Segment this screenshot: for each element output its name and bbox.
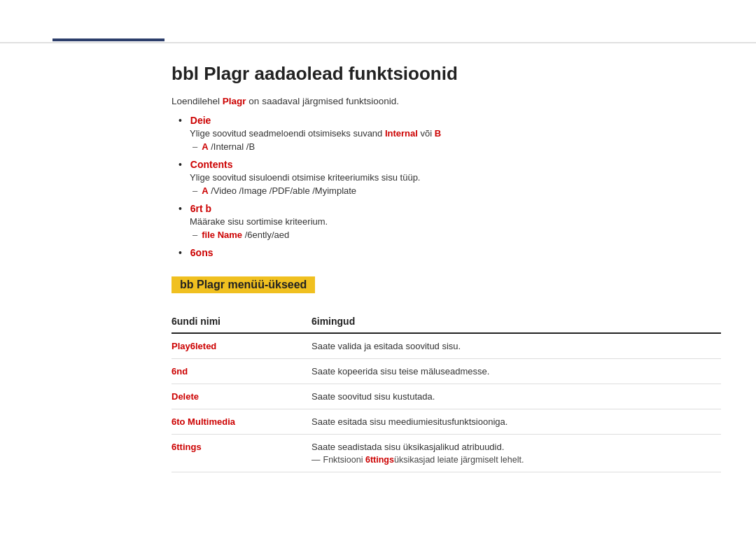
function-action: Saate kopeerida sisu teise mäluseadmesse… xyxy=(312,359,721,384)
function-name: Play6leted xyxy=(172,333,312,359)
page-container: bbl Plagr aadaolead funktsioonid Loendil… xyxy=(0,0,756,534)
sub-item: A /Video /Image /PDF/able /Myimplate xyxy=(192,185,721,196)
intro-bold: Plagr xyxy=(223,96,246,106)
function-action: Saate esitada sisu meediumiesitusfunktsi… xyxy=(312,409,721,435)
menu-table: 6undi nimi 6imingud Play6leted Saate val… xyxy=(172,310,721,472)
sub-item: A /Internal /B xyxy=(192,141,721,152)
list-item: Contents Ylige soovitud sisuloendi otsim… xyxy=(178,159,721,196)
table-header-row: 6undi nimi 6imingud xyxy=(172,310,721,333)
table-row: Delete Saate soovitud sisu kustutada. xyxy=(172,384,721,409)
feature-desc: Ylige soovitud seadmeloendi otsimiseks s… xyxy=(190,128,721,139)
sub-options: A /Internal /B xyxy=(192,141,721,152)
list-item: 6rt b Määrake sisu sortimise kriteerium.… xyxy=(178,203,721,240)
list-item: Deie Ylige soovitud seadmeloendi otsimis… xyxy=(178,115,721,152)
table-row: 6ttings Saate seadistada sisu üksikasjal… xyxy=(172,435,721,472)
function-name: 6nd xyxy=(172,359,312,384)
feature-label: 6rt b xyxy=(190,203,211,214)
sub-item: file Name /6ently/aed xyxy=(192,230,721,240)
col-header-name: 6undi nimi xyxy=(172,310,312,333)
function-name: Delete xyxy=(172,384,312,409)
features-list: Deie Ylige soovitud seadmeloendi otsimis… xyxy=(178,115,721,258)
table-row: 6nd Saate kopeerida sisu teise mäluseadm… xyxy=(172,359,721,384)
feature-desc: Ylige soovitud sisuloendi otsimise krite… xyxy=(190,172,721,183)
table-row: Play6leted Saate valida ja esitada soovi… xyxy=(172,333,721,359)
sub-options: file Name /6ently/aed xyxy=(192,230,721,240)
table-row: 6to Multimedia Saate esitada sisu meediu… xyxy=(172,409,721,435)
section-heading: bb Plagr menüü-ükseed xyxy=(172,276,315,293)
main-content: bbl Plagr aadaolead funktsioonid Loendil… xyxy=(172,0,721,472)
feature-label: Deie xyxy=(190,115,211,126)
function-action: Saate valida ja esitada soovitud sisu. xyxy=(312,333,721,359)
function-name: 6ttings xyxy=(172,435,312,472)
feature-label: 6ons xyxy=(190,247,214,258)
feature-desc: Määrake sisu sortimise kriteerium. xyxy=(190,216,721,227)
function-name: 6to Multimedia xyxy=(172,409,312,435)
list-item: 6ons xyxy=(178,247,721,258)
sub-options: A /Video /Image /PDF/able /Myimplate xyxy=(192,185,721,196)
function-action: Saate seadistada sisu üksikasjalikud atr… xyxy=(312,435,721,472)
intro-paragraph: Loendilehel Plagr on saadaval järgmised … xyxy=(172,96,721,106)
page-title: bbl Plagr aadaolead funktsioonid xyxy=(172,63,721,85)
accent-bar xyxy=(52,38,164,41)
feature-label: Contents xyxy=(190,159,233,170)
top-divider xyxy=(0,42,756,43)
settings-note: —Fnktsiooni 6ttingsüksikasjad leiate jär… xyxy=(312,455,713,465)
function-action: Saate soovitud sisu kustutada. xyxy=(312,384,721,409)
col-header-action: 6imingud xyxy=(312,310,721,333)
